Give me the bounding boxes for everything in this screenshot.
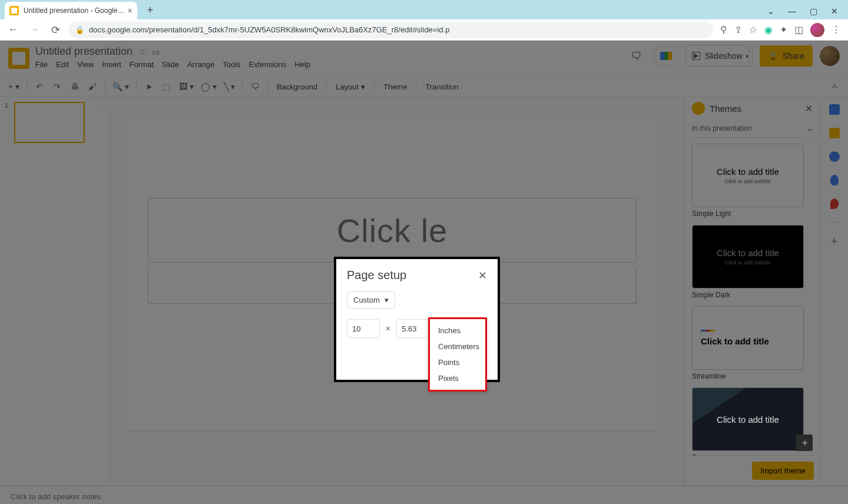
caret-down-icon: ▾ [385, 296, 389, 304]
maximize-icon[interactable]: ▢ [809, 6, 817, 16]
multiply-icon: × [386, 324, 390, 333]
browser-toolbar: ← → ⟳ 🔒 docs.google.com/presentation/d/1… [0, 19, 848, 41]
extensions-icon[interactable]: ✦ [780, 24, 787, 35]
forward-icon[interactable]: → [26, 22, 42, 38]
tab-title: Untitled presentation - Google Sl [24, 6, 125, 15]
close-dialog-icon[interactable]: ✕ [478, 269, 487, 282]
kebab-menu-icon[interactable]: ⋮ [832, 24, 841, 35]
units-dropdown: Inches Centimeters Points Pixels [428, 317, 487, 392]
address-bar-icons: ⚲ ⇪ ☆ ◉ ✦ ◫ ⋮ [718, 23, 843, 37]
close-window-icon[interactable]: ✕ [830, 6, 839, 16]
profile-avatar[interactable] [810, 23, 824, 37]
height-input[interactable] [396, 319, 429, 338]
width-input[interactable] [347, 319, 380, 338]
minimize-icon[interactable]: — [788, 6, 796, 16]
bookmark-icon[interactable]: ☆ [749, 24, 757, 35]
chevron-down-icon[interactable]: ⌄ [767, 6, 775, 16]
reload-icon[interactable]: ⟳ [47, 22, 64, 38]
unit-option-inches[interactable]: Inches [430, 323, 485, 339]
browser-tab[interactable]: Untitled presentation - Google Sl × [5, 2, 137, 19]
back-icon[interactable]: ← [5, 22, 21, 38]
browser-tab-strip: Untitled presentation - Google Sl × + ⌄ … [0, 0, 848, 19]
slides-favicon [9, 6, 19, 15]
share-page-icon[interactable]: ⇪ [734, 24, 742, 35]
unit-option-points[interactable]: Points [430, 354, 485, 370]
lock-icon: 🔒 [75, 26, 84, 34]
side-panel-icon[interactable]: ◫ [794, 24, 803, 35]
close-tab-icon[interactable]: × [128, 6, 132, 15]
window-controls: ⌄ — ▢ ✕ [767, 6, 848, 19]
unit-option-pixels[interactable]: Pixels [430, 370, 485, 386]
extension-grammarly-icon[interactable]: ◉ [764, 24, 773, 35]
dialog-title: Page setup [347, 268, 406, 282]
page-preset-select[interactable]: Custom▾ [347, 291, 395, 309]
unit-option-centimeters[interactable]: Centimeters [430, 339, 485, 354]
address-bar[interactable]: 🔒 docs.google.com/presentation/d/1_5dxk7… [68, 22, 713, 38]
zoom-icon[interactable]: ⚲ [720, 24, 727, 35]
new-tab-button[interactable]: + [142, 2, 158, 18]
url-text: docs.google.com/presentation/d/1_5dxk7mr… [89, 25, 449, 34]
